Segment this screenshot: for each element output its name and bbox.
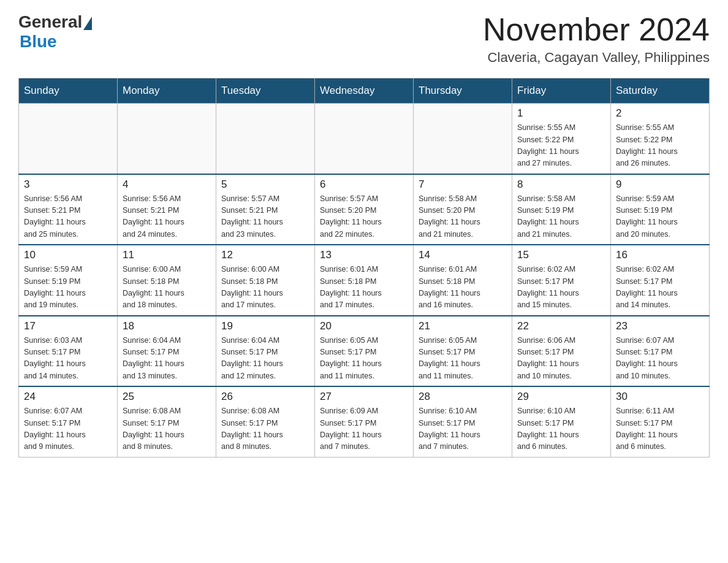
day-info: Sunrise: 6:01 AM Sunset: 5:18 PM Dayligh… bbox=[320, 264, 408, 312]
day-info: Sunrise: 5:56 AM Sunset: 5:21 PM Dayligh… bbox=[24, 193, 112, 241]
calendar-header-monday: Monday bbox=[118, 79, 216, 104]
calendar-cell: 28Sunrise: 6:10 AM Sunset: 5:17 PM Dayli… bbox=[414, 386, 512, 457]
day-info: Sunrise: 5:58 AM Sunset: 5:19 PM Dayligh… bbox=[517, 193, 605, 241]
calendar-cell: 6Sunrise: 5:57 AM Sunset: 5:20 PM Daylig… bbox=[315, 174, 414, 245]
day-number: 4 bbox=[123, 178, 211, 191]
calendar-header-row: SundayMondayTuesdayWednesdayThursdayFrid… bbox=[19, 79, 710, 104]
day-info: Sunrise: 5:59 AM Sunset: 5:19 PM Dayligh… bbox=[616, 193, 704, 241]
calendar-cell: 2Sunrise: 5:55 AM Sunset: 5:22 PM Daylig… bbox=[611, 104, 710, 174]
calendar-cell: 26Sunrise: 6:08 AM Sunset: 5:17 PM Dayli… bbox=[216, 386, 315, 457]
day-number: 28 bbox=[419, 391, 507, 403]
day-info: Sunrise: 6:06 AM Sunset: 5:17 PM Dayligh… bbox=[517, 335, 605, 383]
day-number: 8 bbox=[517, 178, 605, 191]
day-info: Sunrise: 6:04 AM Sunset: 5:17 PM Dayligh… bbox=[221, 335, 309, 383]
day-number: 2 bbox=[616, 107, 704, 120]
calendar-header-thursday: Thursday bbox=[414, 79, 512, 104]
day-info: Sunrise: 5:56 AM Sunset: 5:21 PM Dayligh… bbox=[123, 193, 211, 241]
calendar-cell: 5Sunrise: 5:57 AM Sunset: 5:21 PM Daylig… bbox=[216, 174, 315, 245]
day-info: Sunrise: 6:00 AM Sunset: 5:18 PM Dayligh… bbox=[123, 264, 211, 312]
day-info: Sunrise: 6:05 AM Sunset: 5:17 PM Dayligh… bbox=[320, 335, 408, 383]
calendar-cell: 22Sunrise: 6:06 AM Sunset: 5:17 PM Dayli… bbox=[512, 316, 611, 387]
logo-blue-text: Blue bbox=[20, 32, 57, 52]
calendar-cell: 29Sunrise: 6:10 AM Sunset: 5:17 PM Dayli… bbox=[512, 386, 611, 457]
calendar-cell: 19Sunrise: 6:04 AM Sunset: 5:17 PM Dayli… bbox=[216, 316, 315, 387]
calendar-cell: 15Sunrise: 6:02 AM Sunset: 5:17 PM Dayli… bbox=[512, 245, 611, 316]
logo: General Blue bbox=[18, 12, 92, 52]
calendar-cell: 25Sunrise: 6:08 AM Sunset: 5:17 PM Dayli… bbox=[118, 386, 216, 457]
day-number: 19 bbox=[221, 320, 309, 332]
day-info: Sunrise: 6:08 AM Sunset: 5:17 PM Dayligh… bbox=[221, 405, 309, 453]
calendar-header-wednesday: Wednesday bbox=[315, 79, 414, 104]
calendar-cell: 24Sunrise: 6:07 AM Sunset: 5:17 PM Dayli… bbox=[19, 386, 118, 457]
day-number: 30 bbox=[616, 391, 704, 403]
day-number: 17 bbox=[24, 320, 112, 332]
calendar-cell: 4Sunrise: 5:56 AM Sunset: 5:21 PM Daylig… bbox=[118, 174, 216, 245]
calendar-cell: 30Sunrise: 6:11 AM Sunset: 5:17 PM Dayli… bbox=[611, 386, 710, 457]
day-info: Sunrise: 6:02 AM Sunset: 5:17 PM Dayligh… bbox=[616, 264, 704, 312]
calendar-cell bbox=[19, 104, 118, 174]
day-number: 29 bbox=[517, 391, 605, 403]
day-info: Sunrise: 6:03 AM Sunset: 5:17 PM Dayligh… bbox=[24, 335, 112, 383]
calendar-header-tuesday: Tuesday bbox=[216, 79, 315, 104]
day-info: Sunrise: 5:55 AM Sunset: 5:22 PM Dayligh… bbox=[616, 122, 704, 170]
day-number: 22 bbox=[517, 320, 605, 332]
logo-triangle-icon bbox=[83, 17, 92, 30]
calendar-cell: 11Sunrise: 6:00 AM Sunset: 5:18 PM Dayli… bbox=[118, 245, 216, 316]
day-number: 1 bbox=[517, 107, 605, 120]
calendar-cell: 13Sunrise: 6:01 AM Sunset: 5:18 PM Dayli… bbox=[315, 245, 414, 316]
calendar-cell: 1Sunrise: 5:55 AM Sunset: 5:22 PM Daylig… bbox=[512, 104, 611, 174]
day-number: 10 bbox=[24, 249, 112, 261]
calendar-cell: 14Sunrise: 6:01 AM Sunset: 5:18 PM Dayli… bbox=[414, 245, 512, 316]
calendar-cell: 18Sunrise: 6:04 AM Sunset: 5:17 PM Dayli… bbox=[118, 316, 216, 387]
day-info: Sunrise: 6:10 AM Sunset: 5:17 PM Dayligh… bbox=[517, 405, 605, 453]
calendar-week-row: 24Sunrise: 6:07 AM Sunset: 5:17 PM Dayli… bbox=[19, 386, 710, 457]
calendar-cell bbox=[315, 104, 414, 174]
calendar-cell: 16Sunrise: 6:02 AM Sunset: 5:17 PM Dayli… bbox=[611, 245, 710, 316]
month-year-title: November 2024 bbox=[483, 12, 710, 47]
title-section: November 2024 Claveria, Cagayan Valley, … bbox=[483, 12, 710, 66]
calendar-week-row: 17Sunrise: 6:03 AM Sunset: 5:17 PM Dayli… bbox=[19, 316, 710, 387]
day-info: Sunrise: 5:55 AM Sunset: 5:22 PM Dayligh… bbox=[517, 122, 605, 170]
day-number: 21 bbox=[419, 320, 507, 332]
calendar-cell: 23Sunrise: 6:07 AM Sunset: 5:17 PM Dayli… bbox=[611, 316, 710, 387]
day-number: 13 bbox=[320, 249, 408, 261]
day-number: 14 bbox=[419, 249, 507, 261]
day-number: 3 bbox=[24, 178, 112, 191]
calendar-cell bbox=[414, 104, 512, 174]
day-info: Sunrise: 5:57 AM Sunset: 5:20 PM Dayligh… bbox=[320, 193, 408, 241]
day-info: Sunrise: 5:58 AM Sunset: 5:20 PM Dayligh… bbox=[419, 193, 507, 241]
calendar-header-friday: Friday bbox=[512, 79, 611, 104]
calendar-header-saturday: Saturday bbox=[611, 79, 710, 104]
day-number: 12 bbox=[221, 249, 309, 261]
calendar-header-sunday: Sunday bbox=[19, 79, 118, 104]
day-info: Sunrise: 6:07 AM Sunset: 5:17 PM Dayligh… bbox=[616, 335, 704, 383]
day-number: 26 bbox=[221, 391, 309, 403]
day-number: 7 bbox=[419, 178, 507, 191]
day-number: 23 bbox=[616, 320, 704, 332]
calendar-cell: 12Sunrise: 6:00 AM Sunset: 5:18 PM Dayli… bbox=[216, 245, 315, 316]
day-info: Sunrise: 6:10 AM Sunset: 5:17 PM Dayligh… bbox=[419, 405, 507, 453]
calendar-week-row: 1Sunrise: 5:55 AM Sunset: 5:22 PM Daylig… bbox=[19, 104, 710, 174]
day-number: 9 bbox=[616, 178, 704, 191]
calendar-cell: 27Sunrise: 6:09 AM Sunset: 5:17 PM Dayli… bbox=[315, 386, 414, 457]
calendar-cell bbox=[216, 104, 315, 174]
location-subtitle: Claveria, Cagayan Valley, Philippines bbox=[483, 50, 710, 66]
calendar-cell bbox=[118, 104, 216, 174]
calendar-cell: 7Sunrise: 5:58 AM Sunset: 5:20 PM Daylig… bbox=[414, 174, 512, 245]
day-number: 18 bbox=[123, 320, 211, 332]
logo-general-text: General bbox=[18, 12, 82, 32]
day-number: 24 bbox=[24, 391, 112, 403]
calendar-week-row: 10Sunrise: 5:59 AM Sunset: 5:19 PM Dayli… bbox=[19, 245, 710, 316]
day-info: Sunrise: 6:04 AM Sunset: 5:17 PM Dayligh… bbox=[123, 335, 211, 383]
day-info: Sunrise: 6:02 AM Sunset: 5:17 PM Dayligh… bbox=[517, 264, 605, 312]
calendar-cell: 9Sunrise: 5:59 AM Sunset: 5:19 PM Daylig… bbox=[611, 174, 710, 245]
day-number: 27 bbox=[320, 391, 408, 403]
calendar-table: SundayMondayTuesdayWednesdayThursdayFrid… bbox=[18, 78, 710, 458]
page-header: General Blue November 2024 Claveria, Cag… bbox=[18, 12, 710, 66]
day-info: Sunrise: 6:00 AM Sunset: 5:18 PM Dayligh… bbox=[221, 264, 309, 312]
day-number: 6 bbox=[320, 178, 408, 191]
calendar-cell: 20Sunrise: 6:05 AM Sunset: 5:17 PM Dayli… bbox=[315, 316, 414, 387]
day-info: Sunrise: 6:09 AM Sunset: 5:17 PM Dayligh… bbox=[320, 405, 408, 453]
day-info: Sunrise: 6:08 AM Sunset: 5:17 PM Dayligh… bbox=[123, 405, 211, 453]
day-number: 15 bbox=[517, 249, 605, 261]
